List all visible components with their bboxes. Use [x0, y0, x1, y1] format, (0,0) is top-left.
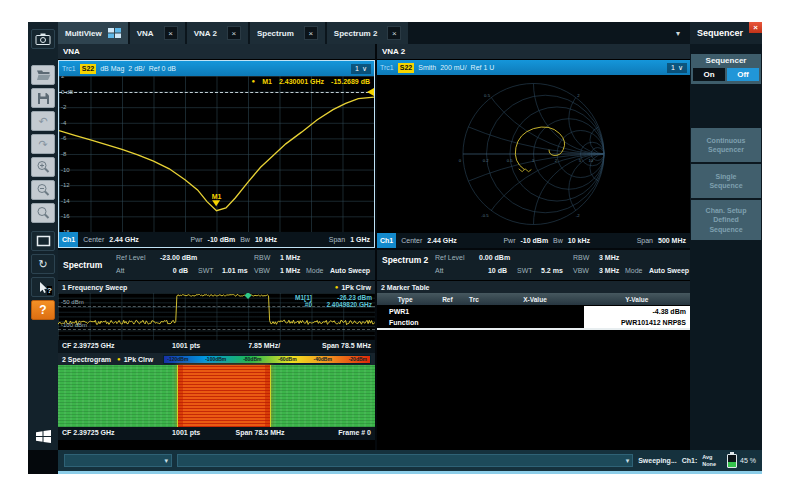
marker-name: #0	[305, 301, 312, 308]
table-row[interactable]: Function PWR101412 NRP8S	[377, 317, 690, 328]
status-message-field[interactable]: ▾	[177, 454, 633, 467]
trace-header[interactable]: Trc1 S22 dB Mag 2 dB/ Ref 0 dB 1 ∨	[59, 61, 374, 76]
tab-multiview[interactable]: MultiView	[58, 22, 128, 44]
tab-vna[interactable]: VNA ×	[130, 22, 185, 44]
open-file-button[interactable]	[31, 65, 55, 85]
camera-icon	[35, 32, 51, 46]
svg-text:0.5: 0.5	[484, 93, 491, 98]
continuous-sequencer-button[interactable]: Continuous Sequencer	[691, 128, 761, 162]
sequencer-on-button[interactable]: On	[693, 68, 725, 81]
trace-header[interactable]: Trc1 S22 Smith 200 mU/ Ref 1 U 1 ∨	[377, 60, 690, 75]
zoom-out-button[interactable]	[31, 180, 55, 200]
svg-text:-0.5: -0.5	[481, 213, 489, 218]
spectrum-trace-diagram[interactable]: -50 dBm -100 dBm M1[1] -26.23 dBm #0 2.4…	[58, 293, 375, 340]
window-selector[interactable]: 1 ∨	[667, 63, 687, 73]
setting-label: VBW	[573, 267, 589, 274]
vna2-footer-bar[interactable]: Ch1 Center 2.44 GHz Pwr -10 dBm Bw 10 kH…	[377, 233, 690, 248]
marker-y-value: PWR101412 NRP8S	[584, 317, 690, 328]
column-header: Trc	[461, 296, 486, 303]
colorbar-label: -120dBm	[167, 356, 188, 362]
windows-logo-icon	[35, 429, 52, 444]
y-axis-label: -10	[61, 167, 70, 173]
close-menu-button[interactable]: ×	[749, 22, 762, 33]
spectrogram-diagram[interactable]	[58, 365, 375, 427]
close-icon[interactable]: ×	[227, 26, 241, 40]
close-icon[interactable]: ×	[387, 26, 401, 40]
colorbar-label: -80dBm	[243, 356, 261, 362]
close-icon[interactable]: ×	[304, 26, 318, 40]
redo-button[interactable]: ↷	[31, 134, 55, 154]
panel-vna2[interactable]: VNA 2 Trc1 S22 Smith 200 mU/ Ref 1 U 1 ∨	[377, 44, 690, 248]
spectrogram-titlebar[interactable]: 2 Spectrogram ● 1Pk Clrw -120dBm -100dBm…	[58, 353, 375, 365]
status-dropdown-left[interactable]: ▾	[64, 454, 172, 467]
marker-table-titlebar[interactable]: 2 Marker Table	[377, 281, 690, 293]
sync-icon: ↻	[38, 259, 47, 270]
panel-spectrum[interactable]: Spectrum Ref Level -23.00 dBm RBW 1 MHz …	[58, 250, 375, 450]
footer-label: Center	[401, 237, 422, 244]
footer-label: Bw	[240, 236, 250, 243]
setting-value: 1.01 ms	[222, 267, 248, 274]
setting-label: Att	[116, 267, 125, 274]
save-button[interactable]	[31, 88, 55, 108]
marker-readout: M1[1] -26.23 dBm #0 2.4049820 GHz	[295, 294, 372, 308]
tab-spectrum[interactable]: Spectrum ×	[250, 22, 325, 44]
setting-label: Ref Level	[116, 254, 146, 261]
tab-overflow-dropdown[interactable]: ▾	[676, 29, 690, 38]
footer-label: Pwr	[503, 237, 515, 244]
trace-mode-label: 1Pk Clrw	[124, 356, 154, 363]
zoom-in-icon	[36, 160, 50, 174]
sequencer-state-label: Sequencer	[691, 54, 761, 68]
spectrum2-header[interactable]: Spectrum 2 Ref Level 0.00 dBm RBW 3 MHz …	[377, 250, 690, 281]
help-button[interactable]: ?	[31, 300, 55, 320]
screenshot-button[interactable]	[31, 29, 55, 49]
sync-button[interactable]: ↻	[31, 254, 55, 274]
battery-percent: 45 %	[740, 457, 756, 464]
setting-value: 5.2 ms	[541, 267, 563, 274]
sparam-chip: S22	[80, 64, 96, 74]
tab-vna2[interactable]: VNA 2 ×	[187, 22, 248, 44]
tab-spectrum2[interactable]: Spectrum 2 ×	[327, 22, 409, 44]
vna-footer-bar[interactable]: Ch1 Center 2.44 GHz Pwr -10 dBm Bw 10 kH…	[59, 232, 374, 247]
smartgrid-button[interactable]	[31, 231, 55, 251]
windows-start-button[interactable]	[31, 426, 55, 446]
setting-label: Mode	[306, 267, 324, 274]
y-axis-label: -14	[61, 198, 70, 204]
panel-spectrum2[interactable]: Spectrum 2 Ref Level 0.00 dBm RBW 3 MHz …	[377, 250, 690, 450]
window-selector[interactable]: 1 ∨	[351, 64, 371, 74]
footer-label: Span	[637, 237, 653, 244]
close-icon[interactable]: ×	[164, 26, 178, 40]
setting-label: Mode	[625, 267, 643, 274]
vna-trace-diagram[interactable]: 20 dB-2-4-6-8-10-12-14-16-18 M1 ● M1 2.4…	[59, 76, 374, 232]
table-row[interactable]: PWR1 -4.38 dBm	[377, 306, 690, 317]
window-number: 1	[671, 64, 675, 71]
sparam-chip: S22	[398, 63, 414, 73]
sequencer-off-button[interactable]: Off	[727, 68, 759, 81]
status-bar: ▾ ▾ Sweeping... Ch1: Avg None 45 %	[58, 450, 762, 474]
zoom-in-button[interactable]	[31, 157, 55, 177]
frequency-sweep-titlebar[interactable]: 1 Frequency Sweep ● 1Pk Clrw	[58, 281, 375, 293]
zoom-off-button[interactable]	[31, 203, 55, 223]
softkey-line: Sequence	[691, 225, 761, 234]
undo-icon: ↶	[38, 116, 47, 127]
setting-label: VBW	[254, 267, 270, 274]
channel-defined-sequence-button[interactable]: Chan. Setup Defined Sequence	[691, 200, 761, 240]
smith-chart-diagram[interactable]: 0 0.2 0.5 1 2 5 10 0.5 -0.5 2 -2	[377, 75, 690, 233]
undo-button[interactable]: ↶	[31, 111, 55, 131]
marker-table-rows: PWR1 -4.38 dBm Function PWR101412 NRP8S	[377, 306, 690, 330]
spectrogram-footer-bar[interactable]: CF 2.39725 GHz 1001 pts Span 78.5 MHz Fr…	[58, 427, 375, 440]
panel-vna[interactable]: VNA Trc1 S22 dB Mag 2 dB/ Ref 0 dB 1 ∨	[58, 44, 375, 248]
spectrum-header[interactable]: Spectrum Ref Level -23.00 dBm RBW 1 MHz …	[58, 250, 375, 281]
trace-mode-label: 1Pk Clrw	[341, 284, 371, 291]
center-frequency: CF 2.39725 GHz	[62, 342, 115, 349]
single-sequence-button[interactable]: Single Sequence	[691, 164, 761, 198]
y-axis-label: -12	[61, 182, 70, 188]
spectrum-footer-bar[interactable]: CF 2.39725 GHz 1001 pts 7.85 MHz/ Span 7…	[58, 340, 375, 353]
analyzer-window: ↶ ↷	[28, 22, 762, 474]
column-header: Type	[377, 296, 433, 303]
marker-m1[interactable]: M1	[212, 193, 222, 211]
y-axis-label: -6	[61, 135, 66, 141]
marker-level: -15.2689 dB	[331, 78, 370, 85]
setting-value: 3 MHz	[599, 267, 619, 274]
context-help-button[interactable]: ?	[31, 277, 55, 297]
column-header: Ref	[433, 296, 461, 303]
